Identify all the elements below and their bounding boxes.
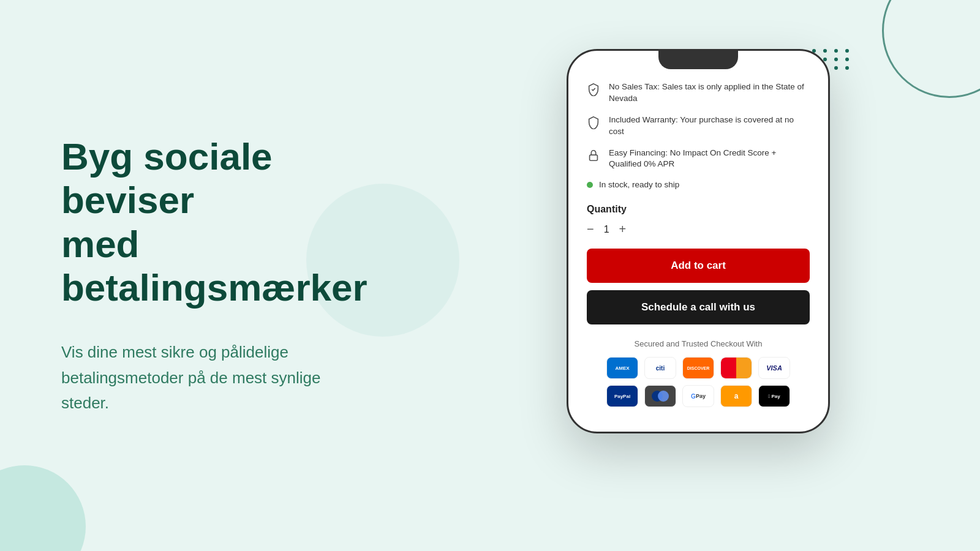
citi-badge: citi (644, 357, 676, 379)
mastercard-badge (720, 357, 752, 379)
svg-rect-0 (590, 155, 598, 160)
left-content: Byg sociale beviser med betalingsmærker … (0, 0, 417, 551)
feature-item-financing: Easy Financing: No Impact On Credit Scor… (587, 148, 810, 171)
payment-label: Secured and Trusted Checkout With (587, 339, 810, 348)
add-to-cart-button[interactable]: Add to cart (587, 249, 810, 283)
quantity-plus-button[interactable]: + (619, 222, 627, 236)
svg-point-2 (658, 391, 669, 402)
feature-item-warranty: Included Warranty: Your purchase is cove… (587, 114, 810, 138)
in-stock-row: In stock, ready to ship (587, 180, 810, 189)
diners-badge (644, 385, 676, 407)
applepay-badge:  Pay (758, 385, 790, 407)
phone-container: No Sales Tax: Sales tax is only applied … (417, 49, 980, 433)
feature-list: No Sales Tax: Sales tax is only applied … (587, 81, 810, 189)
phone-mockup: No Sales Tax: Sales tax is only applied … (567, 49, 830, 433)
phone-screen: No Sales Tax: Sales tax is only applied … (568, 51, 828, 432)
amex-badge: AMEX (606, 357, 638, 379)
gpay-badge: G Pay (682, 385, 714, 407)
amazon-badge: a (720, 385, 752, 407)
in-stock-text: In stock, ready to ship (599, 180, 679, 189)
discover-badge: DISCOVER (682, 357, 714, 379)
quantity-section: Quantity − 1 + (587, 204, 810, 236)
quantity-label: Quantity (587, 204, 810, 215)
in-stock-dot (587, 182, 593, 188)
visa-badge: VISA (758, 357, 790, 379)
headline: Byg sociale beviser med betalingsmærker (61, 135, 368, 309)
feature-warranty-text: Included Warranty: Your purchase is cove… (609, 114, 810, 138)
quantity-minus-button[interactable]: − (587, 222, 594, 236)
payment-icons-row-2: PayPal G Pay a  Pay (587, 385, 810, 407)
feature-tax-text: No Sales Tax: Sales tax is only applied … (609, 81, 810, 105)
quantity-controls: − 1 + (587, 222, 810, 236)
feature-financing-text: Easy Financing: No Impact On Credit Scor… (609, 148, 810, 171)
quantity-value: 1 (604, 224, 609, 235)
payment-icons-row-1: AMEX citi DISCOVER VISA (587, 357, 810, 379)
paypal-badge: PayPal (606, 385, 638, 407)
phone-notch (658, 51, 738, 69)
check-shield-icon (587, 83, 600, 96)
payment-section: Secured and Trusted Checkout With AMEX c… (587, 339, 810, 407)
shield-icon (587, 116, 600, 129)
feature-item-tax: No Sales Tax: Sales tax is only applied … (587, 81, 810, 105)
subtext: Vis dine mest sikre og pålidelige betali… (61, 340, 368, 416)
schedule-call-button[interactable]: Schedule a call with us (587, 290, 810, 324)
lock-icon (587, 149, 600, 162)
